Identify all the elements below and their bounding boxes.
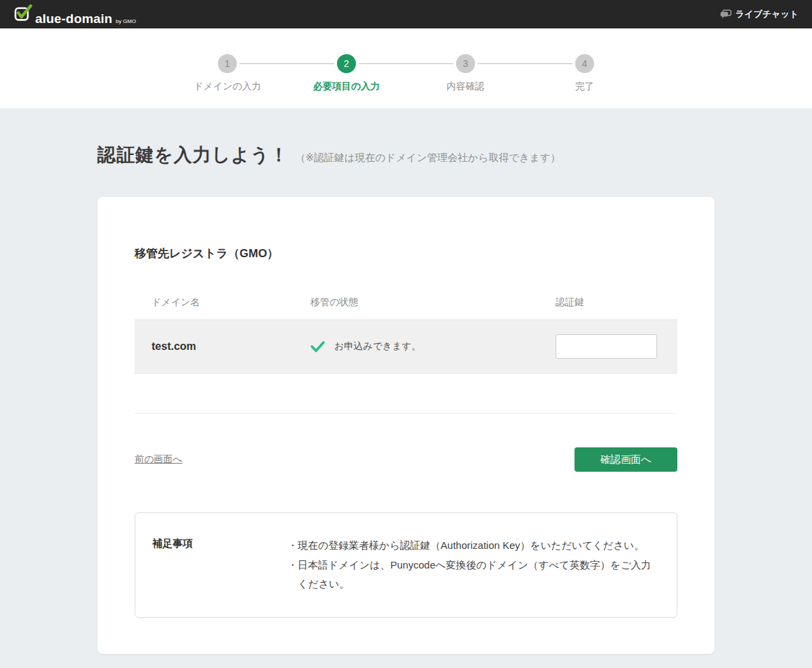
notes-label: 補足事項: [152, 536, 288, 594]
header-domain-name: ドメイン名: [135, 296, 311, 309]
livechat-button[interactable]: ライブチャット: [720, 8, 798, 20]
step-label-2: 必要項目の入力: [287, 81, 406, 93]
domain-table: ドメイン名 移管の状態 認証鍵 test.com お申込みできます。: [135, 296, 677, 374]
actions-row: 前の画面へ 確認画面へ: [135, 447, 677, 472]
livechat-label: ライブチャット: [736, 8, 798, 20]
auth-key-input[interactable]: [556, 334, 657, 359]
step-confirmation: 3 内容確認: [406, 54, 525, 93]
step-label-3: 内容確認: [406, 81, 525, 93]
section-title: 移管先レジストラ（GMO）: [135, 246, 677, 261]
logo-check-icon: [14, 4, 34, 24]
confirm-button[interactable]: 確認画面へ: [574, 447, 677, 472]
note-item-2: ・日本語ドメインは、Punycodeへ変換後のドメイン（すべて英数字）をご入力く…: [288, 556, 656, 594]
notes-box: 補足事項 ・現在の登録業者様から認証鍵（Authorization Key）をい…: [135, 512, 677, 618]
step-required-fields: 2 必要項目の入力: [287, 54, 406, 93]
step-complete: 4 完了: [525, 54, 644, 93]
header-auth-key: 認証鍵: [556, 296, 677, 309]
step-label-4: 完了: [525, 81, 644, 93]
step-circle-4: 4: [575, 54, 594, 73]
step-circle-3: 3: [456, 54, 475, 73]
step-circle-2: 2: [337, 54, 356, 73]
notes-list: ・現在の登録業者様から認証鍵（Authorization Key）をいただいてく…: [288, 536, 656, 594]
divider: [135, 413, 677, 414]
progress-stepper: 1 ドメインの入力 2 必要項目の入力 3 内容確認 4 完了: [0, 28, 812, 108]
transfer-form-card: 移管先レジストラ（GMO） ドメイン名 移管の状態 認証鍵 test.com お…: [97, 197, 715, 654]
header-transfer-status: 移管の状態: [311, 296, 556, 309]
step-label-1: ドメインの入力: [168, 81, 287, 93]
check-icon: [311, 341, 325, 353]
page-title: 認証鍵を入力しよう！: [97, 143, 289, 167]
chat-bubbles-icon: [720, 9, 731, 19]
transfer-status-text: お申込みできます。: [334, 340, 421, 353]
domain-name-value: test.com: [135, 340, 311, 353]
top-header: alue-domain by GMO ライブチャット: [0, 0, 812, 28]
table-header-row: ドメイン名 移管の状態 認証鍵: [135, 296, 677, 320]
brand-logo[interactable]: alue-domain by GMO: [14, 4, 136, 25]
step-circle-1: 1: [218, 54, 237, 73]
step-domain-input: 1 ドメインの入力: [168, 54, 287, 93]
logo-suffix: by GMO: [116, 18, 136, 24]
page-heading: 認証鍵を入力しよう！ （※認証鍵は現在のドメイン管理会社から取得できます）: [97, 143, 715, 167]
logo-text: alue-domain: [35, 12, 112, 25]
back-link[interactable]: 前の画面へ: [135, 453, 183, 466]
note-item-1: ・現在の登録業者様から認証鍵（Authorization Key）をいただいてく…: [288, 536, 656, 556]
table-row: test.com お申込みできます。: [135, 320, 677, 374]
page-subtitle: （※認証鍵は現在のドメイン管理会社から取得できます）: [296, 152, 561, 164]
